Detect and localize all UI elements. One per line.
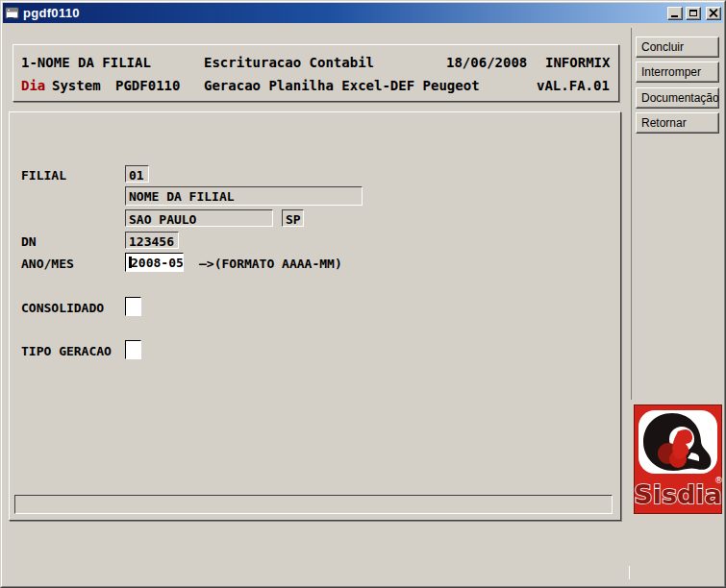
- filial-city-field[interactable]: SAO PAULO: [125, 209, 273, 227]
- retornar-button[interactable]: Retornar: [636, 112, 719, 134]
- ano-mes-format-hint: —>(FORMATO AAAA-MM): [199, 257, 342, 270]
- filial-label: FILIAL: [21, 169, 66, 182]
- right-column-divider: [631, 28, 632, 400]
- dn-label: DN: [21, 235, 37, 248]
- header-panel: 1-NOME DA FILIAL Escrituracao Contabil 1…: [13, 44, 619, 102]
- maximize-button[interactable]: [686, 7, 701, 20]
- maximize-icon: [689, 10, 697, 16]
- consolidado-label: CONSOLIDADO: [21, 302, 104, 314]
- header-version: vAL.FA.01: [537, 79, 610, 92]
- filial-code-field[interactable]: 01: [125, 165, 149, 183]
- ano-mes-field[interactable]: 2008-05: [125, 253, 184, 272]
- header-database: INFORMIX: [545, 56, 610, 69]
- minimize-icon: [671, 15, 678, 17]
- header-screen-name: 1-NOME DA FILIAL: [21, 56, 151, 69]
- app-icon[interactable]: [5, 6, 20, 21]
- logo-text: Sisdia: [634, 479, 722, 509]
- tipo-geracao-label: TIPO GERACAO: [21, 345, 112, 357]
- close-button[interactable]: [706, 7, 721, 20]
- documentacao-button[interactable]: Documentação: [636, 87, 719, 109]
- dn-field[interactable]: 123456: [125, 232, 179, 249]
- filial-name-field[interactable]: NOME DA FILIAL: [125, 186, 363, 206]
- status-message-bar: [14, 495, 613, 514]
- header-date: 18/06/2008: [446, 56, 527, 69]
- header-module: Escrituracao Contabil: [204, 56, 374, 69]
- window-title: pgdf0110: [23, 6, 664, 20]
- minimize-button[interactable]: [667, 7, 683, 20]
- sisdia-logo: ® Sisdia: [634, 404, 722, 514]
- application-window: pgdf0110 1-NOME DA FILIAL Escrituracao C…: [0, 0, 726, 588]
- ano-mes-label: ANO/MES: [21, 257, 74, 270]
- statusbar-pane-divider: [629, 566, 630, 579]
- header-program: PGDF0110: [115, 79, 180, 92]
- ano-mes-value: 2008-05: [131, 256, 184, 270]
- header-dia: Dia: [21, 79, 45, 92]
- interromper-button[interactable]: Interromper: [636, 61, 719, 83]
- header-system: System: [52, 79, 101, 92]
- concluir-button[interactable]: Concluir: [636, 37, 719, 58]
- consolidado-field[interactable]: [125, 297, 141, 316]
- title-bar[interactable]: pgdf0110: [3, 3, 723, 23]
- filial-state-field[interactable]: SP: [282, 209, 304, 227]
- form-panel: FILIAL 01 NOME DA FILIAL SAO PAULO SP DN…: [9, 111, 621, 521]
- close-icon: [709, 9, 718, 17]
- tipo-geracao-field[interactable]: [125, 340, 141, 359]
- header-description: Geracao Planilha Excel-DEF Peugeot: [204, 79, 480, 92]
